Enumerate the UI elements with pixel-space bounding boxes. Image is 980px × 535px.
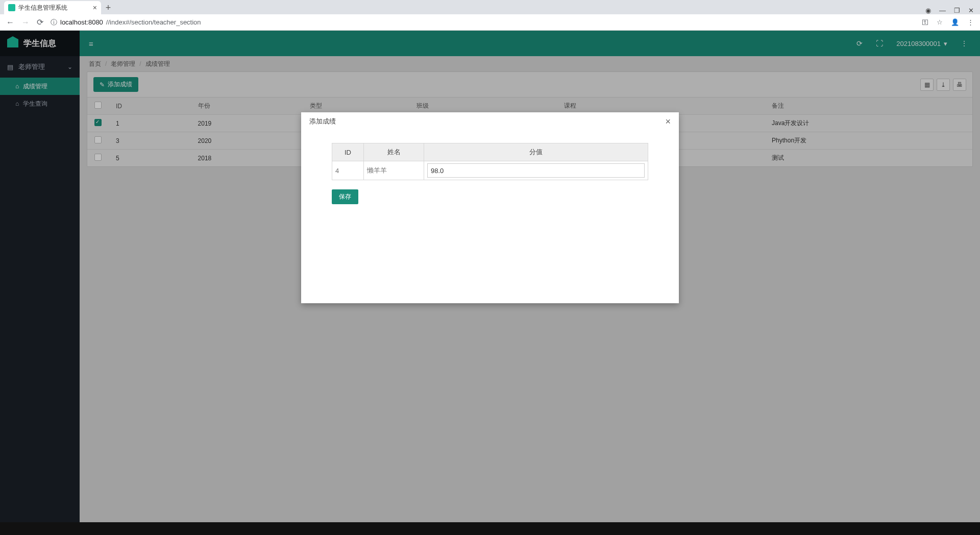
browser-tab[interactable]: 学生信息管理系统 × [4,1,101,14]
tab-title: 学生信息管理系统 [18,4,67,12]
url-path: //index#/section/teacher_section [106,18,201,26]
close-icon[interactable]: × [665,116,671,127]
kebab-menu-icon[interactable]: ⋮ [967,18,974,26]
modal-row: 4 懒羊羊 [332,161,648,180]
modal-title: 添加成绩 [309,117,336,126]
new-tab-button[interactable]: + [101,1,115,14]
browser-tab-bar: 学生信息管理系统 × + ◉ — ❐ ✕ [0,0,980,14]
modal-col-id: ID [332,143,364,161]
address-bar: ← → ⟳ ⓘ localhost:8080//index#/section/t… [0,14,980,31]
taskbar [0,522,980,535]
window-controls: ◉ — ❐ ✕ [925,7,980,14]
profile-icon[interactable]: 👤 [951,18,959,26]
modal-cell-name: 懒羊羊 [364,161,424,180]
modal-col-score: 分值 [424,143,648,161]
modal-cell-id: 4 [332,161,364,180]
modal-table: ID 姓名 分值 4 懒羊羊 [332,143,648,180]
close-window-icon[interactable]: ✕ [968,7,974,14]
add-grade-modal: 添加成绩 × ID 姓名 分值 [301,112,679,303]
maximize-icon[interactable]: ❐ [954,7,960,14]
forward-icon[interactable]: → [21,18,30,27]
close-tab-icon[interactable]: × [93,4,97,12]
minimize-icon[interactable]: — [939,7,946,14]
info-icon: ⓘ [51,18,57,27]
back-icon[interactable]: ← [6,18,14,27]
reload-icon[interactable]: ⟳ [37,17,43,27]
modal-backdrop[interactable]: 添加成绩 × ID 姓名 分值 [0,31,980,522]
key-icon[interactable]: ⚿ [922,18,928,26]
score-input[interactable] [427,163,645,178]
modal-col-name: 姓名 [364,143,424,161]
url-display[interactable]: ⓘ localhost:8080//index#/section/teacher… [51,18,201,27]
star-icon[interactable]: ☆ [937,18,943,26]
account-dot-icon[interactable]: ◉ [925,7,931,14]
favicon-icon [8,4,15,11]
save-button[interactable]: 保存 [332,189,358,204]
url-host: localhost:8080 [60,18,103,26]
